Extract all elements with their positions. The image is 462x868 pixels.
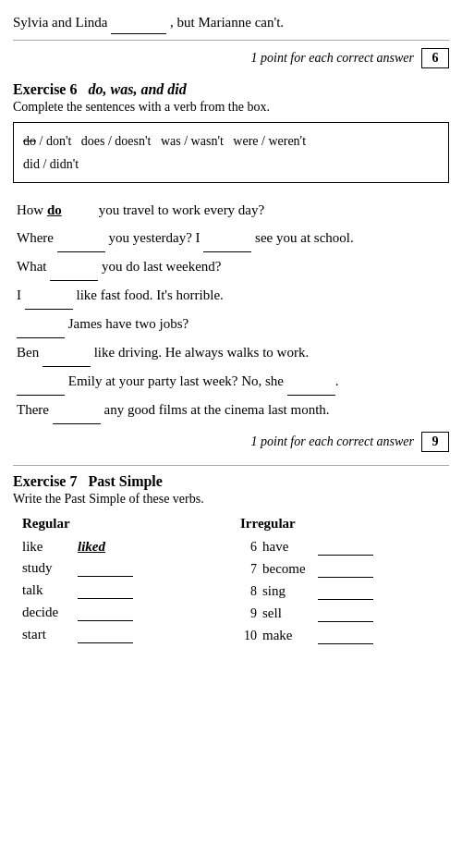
verb-have-blank [318, 539, 373, 556]
verb-sing: sing [262, 583, 312, 599]
word-was: was / wasn't [161, 134, 224, 148]
sentence-1: How do you travel to work every day? [17, 196, 449, 224]
sentence-3: What you do last weekend? [17, 252, 449, 281]
word-do: do / don't [23, 134, 71, 148]
word-did: did / didn't [23, 157, 79, 171]
verb-like-blank: liked [78, 539, 133, 555]
blank-7a [17, 367, 65, 396]
ex6-was: was [110, 81, 133, 97]
verb-row-study: study [22, 560, 231, 577]
exercise7-subtitle: Write the Past Simple of these verbs. [13, 492, 449, 507]
blank-8a [53, 396, 101, 424]
blank-4a [25, 281, 73, 310]
irregular-header: Irregular [240, 516, 449, 533]
score-row-2: 1 point for each correct answer 9 [13, 424, 449, 459]
top-blank [111, 11, 166, 34]
verb-study-blank [78, 560, 133, 577]
verb-row-make: 10 make [240, 628, 449, 644]
score1-value: 6 [421, 48, 449, 68]
verb-row-like: like liked [22, 539, 231, 555]
exercise6-title-text: do, was, and did [88, 81, 186, 97]
top-sentence-end: , but Marianne can't. [170, 15, 284, 30]
verb-become-blank [318, 561, 373, 578]
score1-label: 1 point for each correct answer [251, 51, 414, 66]
ex6-do: do [88, 81, 103, 97]
verb-make: make [262, 628, 312, 643]
exercise7-title: Exercise 7 Past Simple [13, 473, 449, 490]
verb-study: study [22, 560, 72, 576]
verb-num-7: 7 [240, 562, 257, 577]
verb-columns: Regular like liked study talk decide st [13, 516, 449, 650]
verb-become: become [262, 561, 312, 577]
word-box: do / don't does / doesn't was / wasn't w… [13, 122, 449, 183]
sentence-6: Ben like driving. He always walks to wor… [17, 338, 449, 367]
exercise7-label: Exercise 7 [13, 473, 77, 489]
blank-1a: do [47, 196, 95, 224]
regular-col: Regular like liked study talk decide st [13, 516, 231, 650]
blank-2b [203, 224, 251, 252]
irregular-col: Irregular 6 have 7 become 8 sing 9 sel [231, 516, 449, 650]
ex6-did: did [167, 81, 186, 97]
blank-7b [287, 367, 335, 396]
sentences-container: How do you travel to work every day? Whe… [13, 196, 449, 424]
verb-decide-blank [78, 605, 133, 621]
score2-value: 9 [421, 432, 449, 452]
blank-6a [43, 338, 91, 367]
verb-have: have [262, 539, 312, 555]
sentence-5: James have two jobs? [17, 310, 449, 338]
verb-start-blank [78, 627, 133, 643]
exercise7-title-text: Past Simple [88, 473, 162, 489]
verb-row-sell: 9 sell [240, 605, 449, 622]
verb-like: like [22, 539, 72, 555]
blank-3a [50, 252, 98, 281]
word-does: does / doesn't [81, 134, 152, 148]
verb-row-have: 6 have [240, 539, 449, 556]
verb-make-blank [318, 628, 373, 644]
exercise7-section: Exercise 7 Past Simple Write the Past Si… [13, 473, 449, 650]
verb-row-sing: 8 sing [240, 583, 449, 600]
sentence-7: Emily at your party last week? No, she . [17, 367, 449, 396]
verb-decide: decide [22, 605, 72, 620]
regular-header: Regular [22, 516, 231, 533]
blank-2a [57, 224, 105, 252]
verb-num-6: 6 [240, 540, 257, 555]
verb-row-talk: talk [22, 582, 231, 599]
exercise6-subtitle: Complete the sentences with a verb from … [13, 100, 449, 115]
verb-sell: sell [262, 605, 312, 621]
verb-start: start [22, 627, 72, 642]
verb-row-decide: decide [22, 605, 231, 621]
verb-num-10: 10 [240, 629, 257, 643]
verb-num-9: 9 [240, 606, 257, 621]
blank-5a [17, 310, 65, 338]
verb-sell-blank [318, 605, 373, 622]
verb-num-8: 8 [240, 584, 257, 599]
word-were: were / weren't [233, 134, 306, 148]
score2-label: 1 point for each correct answer [251, 434, 414, 449]
exercise6-label: Exercise 6 [13, 81, 77, 97]
score-row-1: 1 point for each correct answer 6 [13, 41, 449, 76]
sentence-8: There any good films at the cinema last … [17, 396, 449, 424]
sentence-2: Where you yesterday? I see you at school… [17, 224, 449, 252]
top-sentence-start: Sylvia and Linda [13, 15, 107, 30]
verb-row-become: 7 become [240, 561, 449, 578]
verb-sing-blank [318, 583, 373, 600]
sentence-4: I like fast food. It's horrible. [17, 281, 449, 310]
verb-row-start: start [22, 627, 231, 643]
verb-talk-blank [78, 582, 133, 599]
top-sentence: Sylvia and Linda , but Marianne can't. [13, 7, 449, 41]
section-divider [13, 465, 449, 466]
exercise6-title: Exercise 6 do, was, and did [13, 81, 449, 98]
verb-talk: talk [22, 582, 72, 598]
